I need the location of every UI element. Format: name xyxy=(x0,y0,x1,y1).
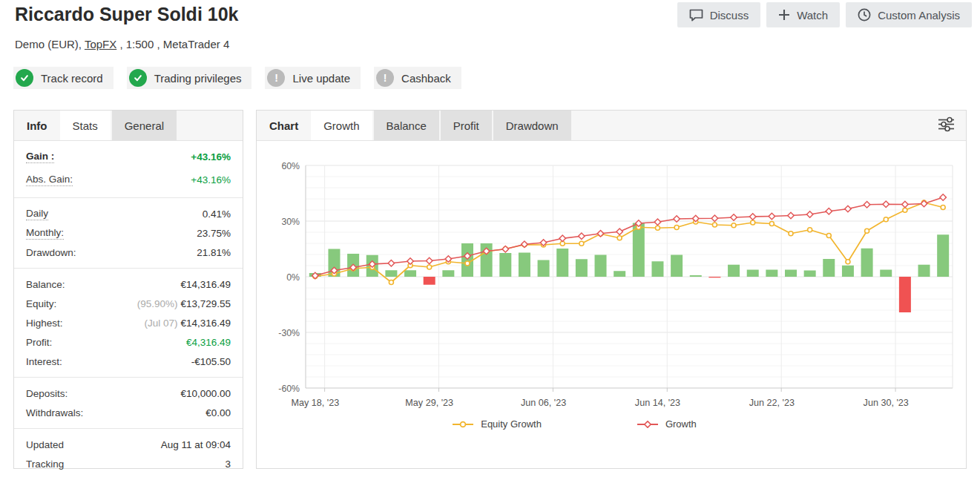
daily-gain-bar xyxy=(918,265,930,277)
stat-row: Gain :+43.16% xyxy=(26,145,231,168)
stat-value-prefix: (Jul 07) xyxy=(144,318,177,329)
stat-row: Withdrawals:€0.00 xyxy=(26,403,231,422)
daily-gain-bar xyxy=(823,259,835,277)
daily-gain-bar xyxy=(842,266,854,277)
equity-growth-marker xyxy=(579,241,584,246)
check-icon xyxy=(16,69,33,87)
y-tick-label: 30% xyxy=(281,217,300,227)
stat-value: +43.16% xyxy=(191,174,231,185)
chart-settings-button[interactable] xyxy=(927,111,966,140)
equity-growth-marker xyxy=(865,229,869,233)
daily-loss-bar xyxy=(899,277,911,312)
stat-label: Monthly: xyxy=(26,227,64,240)
growth-marker xyxy=(940,194,946,200)
badge-cashback: ! Cashback xyxy=(374,67,461,89)
y-tick-label: -30% xyxy=(278,328,300,338)
legend-growth[interactable]: Growth xyxy=(637,418,697,430)
stat-row: Tracking3 xyxy=(26,454,231,473)
x-tick-label: Jun 06, '23 xyxy=(521,398,566,408)
equity-growth-marker xyxy=(769,222,774,226)
tab-general[interactable]: General xyxy=(112,111,177,140)
y-tick-label: -60% xyxy=(278,384,300,394)
growth-marker xyxy=(597,231,603,237)
x-tick-label: Jun 22, '23 xyxy=(749,398,795,408)
divider xyxy=(14,268,243,269)
stats-rows: Gain :+43.16%Abs. Gain:+43.16%Daily0.41%… xyxy=(14,141,243,478)
stats-panel-tabs: Info Stats General xyxy=(14,111,243,141)
daily-gain-bar xyxy=(633,223,645,277)
tab-profit[interactable]: Profit xyxy=(441,111,492,140)
stat-label: Abs. Gain: xyxy=(26,174,73,186)
growth-marker xyxy=(502,246,508,252)
growth-marker xyxy=(731,214,737,220)
stat-value: Aug 11 at 09:04 xyxy=(161,439,231,450)
daily-gain-bar xyxy=(538,260,550,277)
stat-label: Highest: xyxy=(26,318,63,329)
clock-icon xyxy=(858,8,871,22)
stat-row: Highest:(Jul 07)€14,316.49 xyxy=(26,313,231,332)
daily-gain-bar xyxy=(766,270,777,277)
broker-link[interactable]: TopFX xyxy=(85,38,116,50)
equity-growth-marker xyxy=(751,220,755,225)
growth-marker xyxy=(845,206,851,211)
daily-gain-bar xyxy=(861,249,873,277)
exclamation-icon: ! xyxy=(267,69,285,87)
growth-chart[interactable]: 60%30%0%-30%-60%May 18, '23May 29, '23Ju… xyxy=(263,157,960,418)
tab-chart[interactable]: Chart xyxy=(257,111,311,140)
growth-marker xyxy=(883,201,889,207)
tab-stats[interactable]: Stats xyxy=(60,111,111,140)
watch-button[interactable]: Watch xyxy=(766,2,840,27)
growth-marker xyxy=(654,219,660,225)
equity-growth-marker xyxy=(731,223,736,228)
x-tick-label: Jun 14, '23 xyxy=(635,398,680,408)
growth-marker xyxy=(864,202,869,208)
daily-gain-bar xyxy=(442,270,454,277)
stat-row: Abs. Gain:+43.16% xyxy=(26,168,231,191)
stat-label: Deposits: xyxy=(26,388,68,399)
legend-equity-growth[interactable]: Equity Growth xyxy=(452,418,542,430)
stat-row: Equity:(95.90%)€13,729.55 xyxy=(26,294,231,313)
tab-growth[interactable]: Growth xyxy=(311,111,372,140)
growth-marker xyxy=(806,211,812,217)
equity-growth-marker xyxy=(427,265,432,269)
growth-marker xyxy=(826,208,832,214)
x-tick-label: May 18, '23 xyxy=(291,398,339,408)
badge-live-update: ! Live update xyxy=(265,67,361,89)
growth-marker xyxy=(769,213,775,219)
equity-growth-marker xyxy=(655,226,660,230)
exclamation-icon: ! xyxy=(376,69,394,87)
equity-growth-marker xyxy=(884,217,888,222)
equity-growth-marker xyxy=(903,208,907,212)
tab-drawdown[interactable]: Drawdown xyxy=(493,111,571,140)
daily-loss-bar xyxy=(424,277,435,285)
daily-gain-bar xyxy=(499,253,511,277)
daily-gain-bar xyxy=(404,270,416,277)
equity-growth-marker xyxy=(674,226,679,230)
daily-gain-bar xyxy=(519,253,530,277)
daily-gain-bar xyxy=(785,270,797,277)
stat-label: Gain : xyxy=(26,151,54,163)
stat-row: Monthly:23.75% xyxy=(26,223,231,243)
daily-gain-bar xyxy=(595,255,607,277)
equity-growth-marker xyxy=(941,206,945,210)
chart-panel: Chart Growth Balance Profit Drawdown xyxy=(256,110,967,469)
check-icon xyxy=(129,69,147,87)
growth-chart-svg: 60%30%0%-30%-60%May 18, '23May 29, '23Ju… xyxy=(263,157,960,415)
daily-gain-bar xyxy=(690,275,702,277)
badge-track-record: Track record xyxy=(13,67,114,89)
growth-marker xyxy=(902,201,908,207)
tab-info[interactable]: Info xyxy=(14,111,60,140)
stat-group: Balance:€14,316.49Equity:(95.90%)€13,729… xyxy=(14,270,243,375)
badge-trading-privileges: Trading privileges xyxy=(127,67,252,89)
tab-balance[interactable]: Balance xyxy=(374,111,439,140)
equity-growth-marker xyxy=(846,260,850,264)
custom-analysis-button[interactable]: Custom Analysis xyxy=(846,2,972,27)
stat-row: Balance:€14,316.49 xyxy=(26,275,231,294)
stat-row: Drawdown:21.81% xyxy=(26,243,231,262)
discuss-button[interactable]: Discuss xyxy=(677,2,761,27)
equity-growth-marker xyxy=(826,234,831,238)
stat-label: Interest: xyxy=(26,356,62,367)
growth-marker xyxy=(749,214,755,220)
stat-group: Daily0.41%Monthly:23.75%Drawdown:21.81% xyxy=(14,200,243,266)
x-tick-label: May 29, '23 xyxy=(405,398,453,408)
